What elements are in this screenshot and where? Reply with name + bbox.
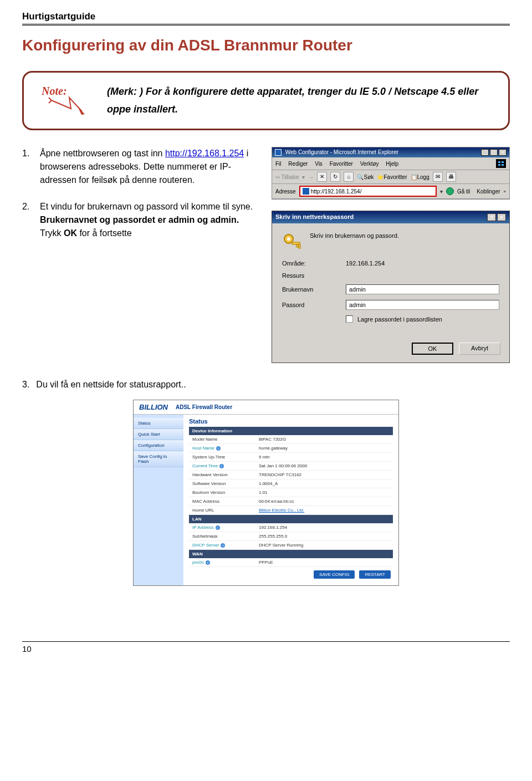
step-1: 1. Åpne nettbrowseren og tast inn http:/… [22, 147, 260, 187]
status-value: 9 min [259, 455, 270, 460]
save-password-checkbox[interactable] [346, 315, 353, 323]
sidebar-item[interactable]: Quick Start [134, 429, 183, 440]
svg-rect-4 [292, 242, 300, 244]
status-value: PPPoE [259, 560, 273, 565]
status-row: Hardware VersionTRENDCHIP TC3162 [189, 471, 393, 479]
ie-logo-icon [496, 159, 506, 168]
save-config-button[interactable]: SAVE CONFIG [314, 570, 355, 579]
print-icon[interactable]: 🖶 [446, 172, 456, 182]
ressurs-label: Ressurs [282, 272, 346, 279]
koblinger-label[interactable]: Koblinger [477, 188, 500, 195]
note-text: (Merk: ) For å konfigurere dette apparat… [107, 83, 492, 119]
info-icon: i [221, 543, 225, 548]
status-row: SubNetmask255.255.255.0 [189, 532, 393, 541]
note-body: For å konfigurere dette apparatet, treng… [107, 86, 478, 115]
go-icon[interactable] [446, 187, 454, 195]
sidebar-item[interactable]: Status [134, 418, 183, 429]
sidebar-item[interactable]: Configuration [134, 440, 183, 451]
page-title: Konfigurering av din ADSL Brannmur Route… [22, 37, 510, 54]
status-row: Bootrom Version1.01 [189, 488, 393, 497]
go-label: Gå til [457, 188, 470, 195]
step-1-link[interactable]: http://192.168.1.254 [165, 149, 244, 158]
status-value: 255.255.255.0 [259, 534, 287, 539]
maximize-icon[interactable]: □ [490, 149, 498, 156]
status-row: Model NameBiPAC 7202G [189, 435, 393, 444]
brukernavn-label: Brukernavn [282, 286, 346, 293]
status-key: Software Version [192, 481, 259, 486]
menu-hjelp[interactable]: Hjelp [386, 161, 398, 167]
save-password-label: Lagre passordet i passordlisten [357, 316, 442, 323]
address-value: http://192.168.1.254/ [311, 188, 362, 195]
status-key: Bootrom Version [192, 490, 259, 495]
key-icon [282, 232, 302, 252]
note-box: Note: (Merk: ) For å konfigurere dette a… [22, 71, 510, 130]
ok-button[interactable]: OK [412, 343, 453, 355]
status-key: Host Namei [192, 446, 259, 451]
step-2-num: 2. [22, 200, 33, 240]
restart-button[interactable]: RESTART [359, 570, 391, 579]
status-key: Hardware Version [192, 472, 259, 477]
menu-favoritter[interactable]: Favoritter [330, 161, 353, 167]
menu-verktoy[interactable]: Verktøy [360, 161, 379, 167]
tb-sok[interactable]: Søk [364, 174, 374, 180]
svg-point-3 [287, 237, 290, 241]
minimize-icon[interactable]: _ [481, 149, 489, 156]
passord-label: Passord [282, 302, 346, 308]
status-row: Host Nameihome.gateway [189, 444, 393, 453]
status-value[interactable]: Billion Electric Co., Ltd. [259, 508, 304, 513]
stop-icon[interactable]: ✕ [317, 172, 327, 182]
status-key: System Up-Time [192, 455, 259, 460]
step-2-text-b: Trykk [40, 228, 64, 238]
status-header: BILLION ADSL Firewall Router [134, 400, 398, 415]
refresh-icon[interactable]: ↻ [330, 172, 340, 182]
menu-vis[interactable]: Vis [315, 161, 323, 167]
omrade-value: 192.168.1.254 [346, 260, 385, 267]
address-input[interactable]: http://192.168.1.254/ [299, 186, 437, 197]
username-input[interactable]: admin [346, 284, 499, 294]
status-value: 00:04:ed:aa:bb:cc [259, 499, 294, 504]
brand-logo: BILLION [139, 403, 168, 411]
tb-fav[interactable]: Favoritter [383, 174, 407, 180]
product-name: ADSL Firewall Router [176, 404, 232, 410]
browser-toolbar: ⇦ Tilbake ▾ → ✕ ↻ ⌂ 🔍Søk ⭐Favoritter 📋Lo… [272, 170, 509, 184]
browser-title: Web Configurator - Microsoft Internet Ex… [275, 149, 398, 156]
status-key: pvc0ci [192, 560, 259, 565]
mail-icon[interactable]: ✉ [433, 172, 443, 182]
status-row: System Up-Time9 min [189, 453, 393, 462]
step-2-text-c: for å fortsette [77, 228, 132, 238]
dialog-titlebar: Skriv inn nettverkspassord ? × [272, 211, 509, 223]
status-value: TRENDCHIP TC3162 [259, 472, 301, 477]
browser-menubar: Fil Rediger Vis Favoritter Verktøy Hjelp [272, 157, 509, 170]
status-heading: Status [189, 418, 393, 425]
step-2-bold: Brukernavnet og passordet er admin og ad… [40, 215, 239, 224]
status-key: IP Addressi [192, 525, 259, 530]
tb-back[interactable]: Tilbake [282, 174, 299, 180]
section-wan: WAN [189, 550, 393, 558]
close-icon[interactable]: × [499, 149, 507, 156]
page-number: 10 [22, 641, 510, 654]
section-lan: LAN [189, 515, 393, 523]
dialog-close-icon[interactable]: × [497, 213, 506, 221]
step-3-text: Du vil få en nettside for statusrapport.… [36, 380, 186, 390]
step-3: 3. Du vil få en nettside for statusrappo… [22, 380, 510, 390]
password-input[interactable]: admin [346, 300, 499, 310]
menu-fil[interactable]: Fil [275, 161, 282, 167]
cancel-button[interactable]: Avbryt [459, 343, 500, 355]
note-label: (Merk: ) [107, 86, 143, 97]
status-page: BILLION ADSL Firewall Router StatusQuick… [133, 400, 399, 586]
info-icon: i [216, 446, 221, 451]
section-device: Device Information [189, 427, 393, 435]
status-key: Home URL [192, 508, 259, 513]
dialog-help-icon[interactable]: ? [487, 213, 496, 221]
home-icon[interactable]: ⌂ [344, 172, 354, 182]
status-row: Software Version1.0004_A [189, 479, 393, 488]
address-label: Adresse [275, 188, 296, 195]
status-key: DHCP Serveri [192, 543, 259, 548]
menu-rediger[interactable]: Rediger [288, 161, 308, 167]
status-value: home.gateway [259, 446, 288, 451]
svg-rect-5 [296, 244, 298, 247]
browser-addressbar: Adresse http://192.168.1.254/ ▾ Gå til K… [272, 184, 509, 199]
sidebar-item[interactable]: Save Config to Flash [134, 451, 183, 467]
status-row: Current TimeiSat Jan 1 00:09:06 2000 [189, 462, 393, 471]
tb-logg[interactable]: Logg [417, 174, 429, 180]
